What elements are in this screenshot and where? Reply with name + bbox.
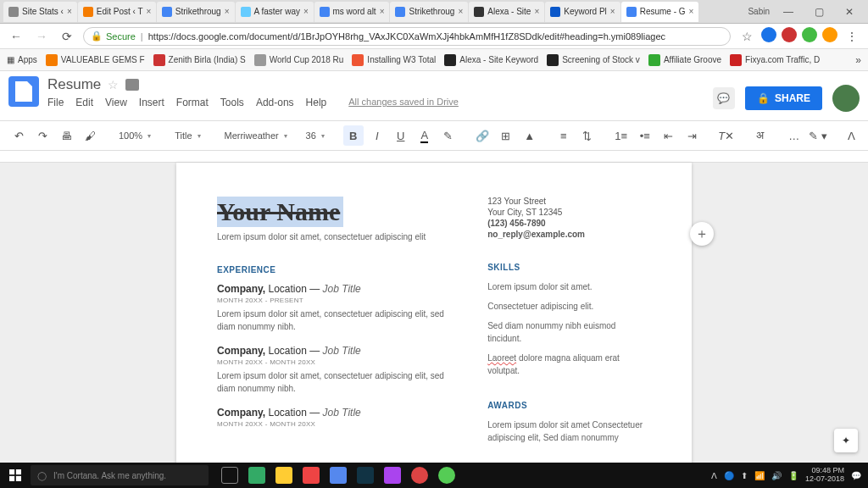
paint-format-button[interactable]: 🖌 bbox=[80, 125, 100, 146]
bookmark-item[interactable]: Zenith Birla (India) S bbox=[153, 54, 246, 66]
document-canvas[interactable]: ＋ Your Name Lorem ipsum dolor sit amet, … bbox=[0, 151, 868, 463]
document-page[interactable]: ＋ Your Name Lorem ipsum dolor sit amet, … bbox=[176, 163, 692, 463]
menu-tools[interactable]: Tools bbox=[220, 97, 244, 108]
taskbar-app[interactable] bbox=[407, 463, 432, 488]
bookmark-item[interactable]: Installing W3 Total bbox=[352, 54, 436, 66]
add-comment-button[interactable]: ＋ bbox=[690, 222, 714, 246]
star-icon[interactable]: ☆ bbox=[108, 78, 119, 92]
wifi-icon[interactable]: 📶 bbox=[754, 471, 765, 480]
browser-tab[interactable]: Alexa - Site× bbox=[469, 2, 544, 22]
comments-icon[interactable]: 💬 bbox=[713, 87, 735, 109]
maximize-button[interactable]: ▢ bbox=[807, 6, 831, 18]
taskbar-app[interactable] bbox=[298, 463, 324, 488]
extension-icon[interactable] bbox=[802, 27, 817, 42]
bookmark-item[interactable]: World Cup 2018 Ru bbox=[254, 54, 344, 66]
browser-tab[interactable]: Strikethroug× bbox=[390, 2, 468, 22]
menu-format[interactable]: Format bbox=[176, 97, 209, 108]
clear-format-button[interactable]: T✕ bbox=[716, 125, 737, 146]
taskbar-app[interactable] bbox=[326, 463, 351, 488]
insert-comment-button[interactable]: ⊞ bbox=[496, 125, 516, 146]
selected-heading[interactable]: Your Name bbox=[217, 197, 343, 227]
close-icon[interactable]: × bbox=[67, 7, 72, 16]
tray-icon[interactable]: ⬆ bbox=[741, 471, 748, 480]
taskbar-app[interactable] bbox=[380, 463, 405, 488]
underline-button[interactable]: U bbox=[391, 125, 411, 146]
browser-tab[interactable]: Strikethroug× bbox=[157, 2, 235, 22]
browser-profile[interactable]: Sabin bbox=[748, 7, 770, 16]
tray-chevron-icon[interactable]: ᐱ bbox=[711, 471, 717, 480]
editing-mode-button[interactable]: ✎ ▾ bbox=[808, 125, 828, 146]
bold-button[interactable]: B bbox=[343, 125, 364, 146]
reload-button[interactable]: ⟳ bbox=[58, 27, 76, 46]
line-spacing-button[interactable]: ⇅ bbox=[577, 125, 598, 146]
document-title[interactable]: Resume bbox=[47, 76, 101, 93]
bookmarks-overflow[interactable]: » bbox=[855, 54, 861, 66]
account-avatar[interactable] bbox=[832, 85, 860, 112]
browser-tab[interactable]: Keyword Pl× bbox=[545, 2, 620, 22]
folder-icon[interactable] bbox=[125, 79, 139, 91]
menu-file[interactable]: File bbox=[47, 97, 64, 108]
apps-button[interactable]: ▦Apps bbox=[7, 55, 37, 64]
highlight-button[interactable]: ✎ bbox=[438, 125, 459, 146]
bookmark-item[interactable]: Alexa - Site Keyword bbox=[444, 54, 538, 66]
clock[interactable]: 09:48 PM 12-07-2018 bbox=[805, 467, 844, 484]
notifications-icon[interactable]: 💬 bbox=[851, 471, 861, 480]
battery-icon[interactable]: 🔋 bbox=[788, 471, 798, 480]
bookmark-item[interactable]: VALUEABLE GEMS F bbox=[46, 54, 145, 66]
taskbar-app[interactable] bbox=[434, 463, 459, 488]
star-icon[interactable]: ☆ bbox=[737, 27, 756, 46]
browser-tab[interactable]: A faster way× bbox=[236, 2, 314, 22]
redo-button[interactable]: ↷ bbox=[32, 125, 53, 146]
close-icon[interactable]: × bbox=[303, 7, 309, 16]
menu-help[interactable]: Help bbox=[306, 97, 327, 108]
horizontal-ruler[interactable] bbox=[0, 151, 868, 163]
menu-view[interactable]: View bbox=[105, 97, 127, 108]
more-button[interactable]: … bbox=[784, 125, 804, 146]
input-tools-button[interactable]: अ bbox=[750, 125, 771, 146]
bulleted-list-button[interactable]: •≡ bbox=[635, 125, 655, 146]
close-icon[interactable]: × bbox=[380, 7, 385, 16]
bookmark-item[interactable]: Fixya.com Traffic, D bbox=[730, 54, 820, 66]
taskbar-app[interactable] bbox=[271, 463, 297, 488]
explore-button[interactable]: ✦ bbox=[834, 429, 858, 452]
bookmark-item[interactable]: Affiliate Groove bbox=[648, 54, 721, 66]
menu-edit[interactable]: Edit bbox=[75, 97, 93, 108]
close-icon[interactable]: × bbox=[225, 7, 230, 16]
share-button[interactable]: 🔒SHARE bbox=[745, 86, 822, 110]
extension-icon[interactable] bbox=[822, 27, 837, 42]
save-status[interactable]: All changes saved in Drive bbox=[348, 97, 459, 108]
close-icon[interactable]: × bbox=[610, 7, 615, 16]
style-select[interactable]: Title bbox=[170, 125, 205, 146]
close-icon[interactable]: × bbox=[147, 7, 152, 16]
italic-button[interactable]: I bbox=[367, 125, 387, 146]
close-icon[interactable]: × bbox=[689, 7, 694, 16]
back-button[interactable]: ← bbox=[7, 27, 25, 46]
increase-indent-button[interactable]: ⇥ bbox=[682, 125, 703, 146]
url-field[interactable]: 🔒 Secure | https://docs.google.com/docum… bbox=[83, 27, 731, 46]
collapse-toolbar-button[interactable]: ᐱ bbox=[842, 125, 862, 146]
forward-button[interactable]: → bbox=[32, 27, 51, 46]
close-icon[interactable]: × bbox=[534, 7, 539, 16]
extension-icon[interactable] bbox=[761, 27, 776, 42]
numbered-list-button[interactable]: 1≡ bbox=[611, 125, 632, 146]
font-select[interactable]: Merriweather bbox=[220, 125, 287, 146]
close-icon[interactable]: × bbox=[458, 7, 463, 16]
task-view-button[interactable] bbox=[217, 463, 242, 488]
minimize-button[interactable]: — bbox=[776, 6, 800, 18]
menu-addons[interactable]: Add-ons bbox=[256, 97, 294, 108]
taskbar-app[interactable] bbox=[244, 463, 270, 488]
browser-tab[interactable]: Edit Post ‹ T× bbox=[78, 2, 156, 22]
browser-tab-active[interactable]: Resume - G× bbox=[621, 2, 699, 22]
insert-link-button[interactable]: 🔗 bbox=[472, 125, 492, 146]
zoom-select[interactable]: 100% bbox=[114, 125, 156, 146]
bookmark-item[interactable]: Screening of Stock v bbox=[547, 54, 640, 66]
taskbar-app[interactable] bbox=[353, 463, 378, 488]
menu-icon[interactable]: ⋮ bbox=[843, 27, 861, 46]
undo-button[interactable]: ↶ bbox=[8, 125, 29, 146]
start-button[interactable] bbox=[0, 463, 31, 488]
decrease-indent-button[interactable]: ⇤ bbox=[659, 125, 679, 146]
browser-tab[interactable]: Site Stats ‹× bbox=[3, 2, 77, 22]
text-color-button[interactable]: A bbox=[415, 125, 435, 146]
font-size-select[interactable]: 36 bbox=[301, 125, 330, 146]
align-button[interactable]: ≡ bbox=[554, 125, 574, 146]
